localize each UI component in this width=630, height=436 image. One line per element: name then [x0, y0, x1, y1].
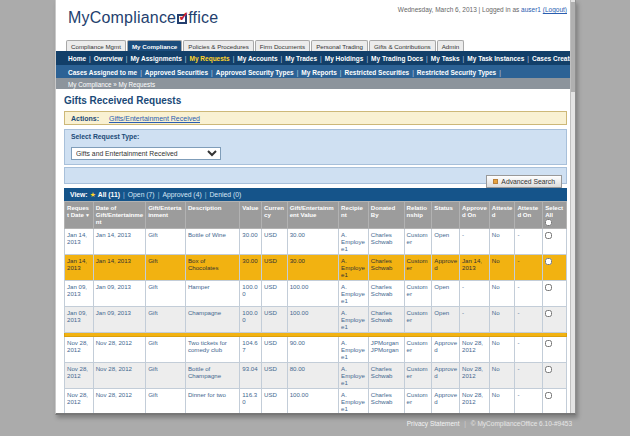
- column-header-date-of-gift-entertainment[interactable]: Date of Gift/Entertainment: [93, 202, 145, 229]
- view-filter-open-7[interactable]: Open (7): [128, 191, 155, 198]
- table-cell: -: [515, 254, 543, 280]
- checkbox-logo-icon: [177, 14, 187, 24]
- column-header-select-all[interactable]: Select All: [543, 202, 567, 229]
- column-header-relationship[interactable]: Relationship: [404, 202, 432, 229]
- search-strip: Advanced Search: [64, 167, 567, 184]
- page-footer: Privacy Statement | © MyComplianceOffice…: [407, 420, 572, 427]
- table-cell: A. Employee1: [339, 280, 369, 306]
- tab-gifts-contributions[interactable]: Gifts & Contributions: [369, 40, 436, 51]
- column-header-value[interactable]: Value: [240, 202, 262, 229]
- column-header-description[interactable]: Description: [185, 202, 239, 229]
- table-cell: 70.00: [287, 414, 338, 415]
- request-date-cell[interactable]: Nov 28, 2012: [65, 362, 94, 388]
- privacy-statement-link[interactable]: Privacy Statement: [407, 420, 460, 427]
- scrollbar-thumb[interactable]: [571, 2, 575, 92]
- table-cell: No: [489, 254, 515, 280]
- table-cell: USD: [262, 414, 288, 415]
- logout-link[interactable]: (Logout): [543, 6, 567, 13]
- table-header-row: Request Date▼Date of Gift/EntertainmentG…: [65, 202, 567, 229]
- nav-item-my-reports[interactable]: My Reports: [301, 69, 336, 76]
- request-type-select[interactable]: Gifts and Entertainment Received: [71, 147, 221, 160]
- nav-item-my-task-instances[interactable]: My Task Instances: [467, 55, 524, 62]
- nav-item-restricted-security-types[interactable]: Restricted Security Types: [417, 69, 496, 76]
- user-link[interactable]: auser1: [521, 6, 541, 13]
- tab-my-compliance[interactable]: My Compliance: [127, 40, 182, 51]
- vertical-scrollbar[interactable]: [570, 0, 575, 415]
- column-header-recipient[interactable]: Recipient: [339, 202, 369, 229]
- actions-label: Actions:: [71, 115, 99, 122]
- tab-personal-trading[interactable]: Personal Trading: [311, 40, 368, 51]
- table-cell: Gift: [146, 228, 186, 254]
- nav-item-my-holdings[interactable]: My Holdings: [325, 55, 364, 62]
- request-date-cell[interactable]: Nov 27, 2012: [65, 414, 94, 415]
- row-checkbox[interactable]: [545, 284, 552, 291]
- nav-separator: |: [320, 55, 322, 62]
- tab-policies-procedures[interactable]: Policies & Procedures: [183, 40, 254, 51]
- nav-item-approved-securities[interactable]: Approved Securities: [145, 69, 208, 76]
- column-header-gift-entertainment-value[interactable]: Gift/Entertainment Value: [287, 202, 338, 229]
- row-select-cell: [543, 414, 567, 415]
- nav-separator: |: [185, 55, 187, 62]
- column-header-request-date[interactable]: Request Date▼: [65, 202, 94, 229]
- column-header-donated-by[interactable]: Donated By: [368, 202, 404, 229]
- row-checkbox[interactable]: [545, 310, 552, 317]
- content-area: Gifts Received Requests Actions: Gifts/E…: [56, 89, 575, 415]
- view-filter-bar: View:★All (11)|Open (7)|Approved (4)|Den…: [64, 188, 567, 201]
- nav-item-my-accounts[interactable]: My Accounts: [237, 55, 277, 62]
- request-date-cell[interactable]: Nov 28, 2012: [65, 388, 94, 414]
- nav-item-home[interactable]: Home: [68, 55, 86, 62]
- table-cell: Charles Schwab: [368, 388, 404, 414]
- table-row: Nov 28, 2012Nov 28, 2012GiftTwo tickets …: [65, 336, 567, 362]
- row-checkbox[interactable]: [545, 366, 552, 373]
- table-cell: Jan 14, 2013: [93, 254, 145, 280]
- mycomplianceoffice-logo: MyComplianceffice: [68, 9, 218, 27]
- row-checkbox[interactable]: [545, 258, 552, 265]
- table-cell: No: [489, 336, 515, 362]
- nav-item-my-tasks[interactable]: My Tasks: [431, 55, 460, 62]
- nav-item-my-trading-docs[interactable]: My Trading Docs: [371, 55, 423, 62]
- row-checkbox[interactable]: [545, 232, 552, 239]
- column-header-status[interactable]: Status: [432, 202, 460, 229]
- column-header-attested-on[interactable]: Attested On: [515, 202, 543, 229]
- table-cell: -: [515, 228, 543, 254]
- nav-item-approved-security-types[interactable]: Approved Security Types: [216, 69, 294, 76]
- tab-compliance-mgmt[interactable]: Compliance Mgmt: [66, 40, 126, 51]
- nav-separator: |: [499, 69, 501, 76]
- column-header-attested[interactable]: Attested: [489, 202, 515, 229]
- table-cell: Customer: [404, 414, 432, 415]
- gifts-entertainment-received-link[interactable]: Gifts/Entertainment Received: [109, 115, 200, 122]
- nav-item-my-trades[interactable]: My Trades: [285, 55, 317, 62]
- request-date-cell[interactable]: Jan 09, 2013: [65, 280, 94, 306]
- table-cell: Nov 28, 2012: [460, 388, 490, 414]
- column-header-currency[interactable]: Currency: [262, 202, 288, 229]
- nav-item-cases-assigned-to-me[interactable]: Cases Assigned to me: [68, 69, 137, 76]
- select-all-checkbox[interactable]: [545, 219, 552, 226]
- request-date-cell[interactable]: Nov 28, 2012: [65, 336, 94, 362]
- tab-firm-documents[interactable]: Firm Documents: [255, 40, 310, 51]
- view-filter-approved-4[interactable]: Approved (4): [162, 191, 201, 198]
- column-header-approved-on[interactable]: Approved On: [460, 202, 490, 229]
- table-cell: A. Employee1: [339, 414, 369, 415]
- nav-item-my-assignments[interactable]: My Assignments: [130, 55, 181, 62]
- nav-item-overview[interactable]: Overview: [94, 55, 123, 62]
- request-date-cell[interactable]: Jan 14, 2013: [65, 228, 94, 254]
- nav-separator: |: [412, 69, 414, 76]
- table-cell: -: [515, 336, 543, 362]
- table-cell: 30.00: [287, 228, 338, 254]
- row-checkbox[interactable]: [545, 392, 552, 399]
- view-filter-denied-0[interactable]: Denied (0): [209, 191, 241, 198]
- nav-separator: |: [281, 55, 283, 62]
- row-checkbox[interactable]: [545, 340, 552, 347]
- advanced-search-button[interactable]: Advanced Search: [486, 175, 562, 188]
- table-cell: No: [489, 362, 515, 388]
- request-date-cell[interactable]: Jan 09, 2013: [65, 306, 94, 332]
- table-cell: Nov 28, 2012: [460, 362, 490, 388]
- nav-item-my-requests[interactable]: My Requests: [190, 55, 230, 62]
- view-filter-all-11[interactable]: All (11): [98, 191, 120, 198]
- column-header-gift-entertainment[interactable]: Gift/Entertainment: [146, 202, 186, 229]
- table-cell: Customer: [404, 336, 432, 362]
- tab-admin[interactable]: Admin: [437, 40, 465, 51]
- request-date-cell[interactable]: Jan 14, 2013: [65, 254, 94, 280]
- nav-item-restricted-securities[interactable]: Restricted Securities: [344, 69, 409, 76]
- table-cell: Charles Schwab: [368, 306, 404, 332]
